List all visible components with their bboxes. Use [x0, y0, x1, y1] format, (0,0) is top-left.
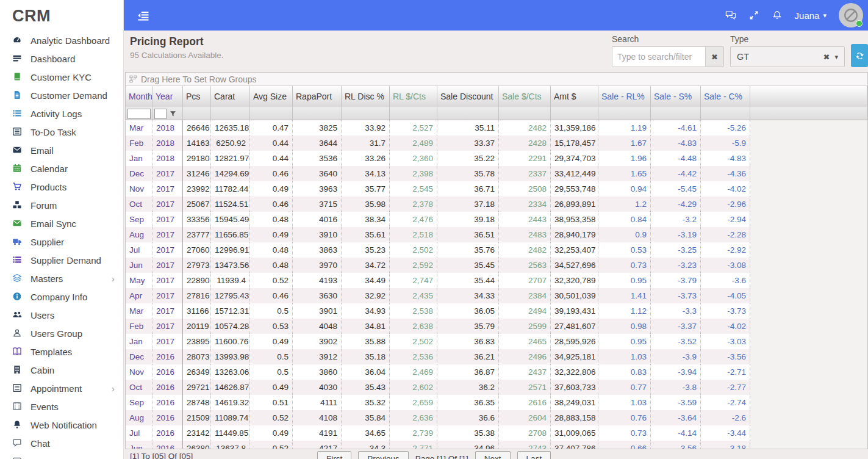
table-row[interactable]: Jan20172389511600.760.49390235.882,50236…: [126, 334, 867, 349]
cell-rl-disc: 38.34: [342, 212, 390, 227]
sidebar-item-customer-kyc[interactable]: Customer KYC: [0, 68, 123, 86]
table-row[interactable]: Dec20162807313993.980.5391235.182,53636.…: [126, 349, 867, 364]
sidebar-item-supplier[interactable]: Supplier: [0, 233, 123, 251]
avatar[interactable]: [839, 3, 863, 27]
table-row[interactable]: Oct20162972114626.870.49403035.432,60236…: [126, 380, 867, 395]
table-row[interactable]: Jul20172706012996.910.48386335.232,50235…: [126, 242, 867, 258]
sidebar-item-calendar[interactable]: Calendar: [0, 159, 123, 178]
fullscreen-icon[interactable]: [748, 10, 759, 20]
sidebar-item-to-do-task[interactable]: To-Do Task: [0, 123, 123, 141]
cell-rl-disc: 34.81: [342, 319, 390, 334]
cell-amt: 31,009,065: [551, 425, 598, 441]
column-header-sale-discount[interactable]: Sale Discount: [437, 86, 499, 107]
refresh-button[interactable]: [851, 44, 868, 67]
sidebar-item-activity-logs[interactable]: Activity Logs: [0, 104, 123, 123]
table-row[interactable]: Feb20172011910574.280.53404834.812,63835…: [126, 319, 867, 334]
column-header-sale-cts[interactable]: Sale $/Cts: [499, 86, 551, 107]
table-row[interactable]: Oct20172506711524.510.46371535.982,37837…: [126, 197, 867, 212]
sidebar-item-user-contact[interactable]: User Contact: [0, 452, 123, 459]
user-menu[interactable]: Juana ▾: [795, 10, 827, 21]
sidebar-item-cabin[interactable]: Cabin: [0, 361, 123, 379]
column-header-year[interactable]: Year: [152, 86, 183, 107]
column-header-carat[interactable]: Carat: [211, 86, 250, 107]
column-header-amt[interactable]: Amt $: [551, 86, 598, 107]
filter-input-year[interactable]: [154, 109, 167, 119]
building-icon: [12, 365, 23, 375]
previous-page-button[interactable]: Previous: [358, 451, 409, 459]
type-clear-icon[interactable]: ✖: [823, 52, 830, 62]
cell-carat: 14626.87: [211, 380, 250, 395]
sidebar-item-analytic-dashboard[interactable]: Analytic Dashboard: [0, 31, 123, 49]
sidebar-item-users[interactable]: Users: [0, 306, 123, 324]
sidebar-item-forum[interactable]: Forum: [0, 196, 123, 214]
table-row[interactable]: Mar20182664612635.180.47382533.922,52735…: [126, 120, 867, 136]
table-row[interactable]: Aug20172377711656.850.49391035.612,51836…: [126, 227, 867, 242]
cell-carat: 12821.97: [211, 151, 250, 166]
table-row[interactable]: Jan20182918012821.970.44353633.262,36035…: [126, 151, 867, 166]
table-row[interactable]: Apr20172781612795.430.46363032.922,43534…: [126, 288, 867, 303]
column-header-rapaport[interactable]: RapaPort: [293, 86, 342, 107]
sidebar-item-supplier-demand[interactable]: Supplier Demand: [0, 251, 123, 269]
cell-carat: 11089.74: [211, 410, 250, 425]
sidebar-item-chat[interactable]: Chat: [0, 434, 123, 452]
sidebar-item-customer-demand[interactable]: Customer Demand: [0, 86, 123, 104]
cell-rl-disc: 35.23: [342, 242, 390, 258]
sidebar-toggle-icon[interactable]: [137, 10, 149, 21]
last-page-button[interactable]: Last: [517, 451, 551, 459]
sidebar-item-appointment[interactable]: Appointment›: [0, 379, 123, 397]
table-row[interactable]: Feb2018141636250.920.44364431.72,48933.3…: [126, 136, 867, 151]
table-row[interactable]: May20172289011939.40.52419334.492,74735.…: [126, 273, 867, 288]
notifications-bell-icon[interactable]: [772, 10, 783, 20]
sidebar-item-email[interactable]: Email: [0, 141, 123, 159]
table-row[interactable]: Jul20162314211449.850.49419134.652,73935…: [126, 425, 867, 441]
sidebar-item-products[interactable]: Products: [0, 178, 123, 196]
page-subtitle: 95 Calculations Available.: [130, 51, 224, 60]
column-header-sale-c[interactable]: Sale - C%: [701, 86, 750, 107]
sidebar-item-templates[interactable]: Templates: [0, 342, 123, 361]
table-row[interactable]: Sep20162874814619.320.51411135.322,65936…: [126, 395, 867, 410]
cell-rapaport: 3963: [293, 181, 342, 197]
filter-funnel-icon[interactable]: [170, 110, 176, 117]
filter-cell-sale-c: [701, 107, 750, 120]
cell-sale-rl: 1.12: [598, 303, 651, 319]
cell-year: 2017: [152, 303, 183, 319]
sidebar-item-web-notification[interactable]: Web Notification: [0, 416, 123, 434]
column-header-rl-cts[interactable]: RL $/Cts: [390, 86, 437, 107]
sidebar-item-dashboard[interactable]: Dashboard: [0, 49, 123, 68]
messages-icon[interactable]: [725, 10, 736, 20]
cell-amt: 38,953,358: [551, 212, 598, 227]
cell-sale-discount: 36.35: [437, 395, 499, 410]
sidebar-item-email-sync[interactable]: Email Sync: [0, 214, 123, 233]
cell-rl-disc: 31.7: [342, 136, 390, 151]
row-groups-dropzone[interactable]: Drag Here To Set Row Groups: [126, 73, 867, 86]
first-page-button[interactable]: First: [317, 451, 351, 459]
cell-month: Oct: [126, 197, 152, 212]
column-header-avg-size[interactable]: Avg Size: [250, 86, 293, 107]
table-row[interactable]: Dec20173124614294.690.46364034.132,39835…: [126, 166, 867, 181]
filter-input-month[interactable]: [127, 109, 151, 119]
column-header-rl-disc[interactable]: RL Disc %: [342, 86, 390, 107]
cell-carat: 12795.43: [211, 288, 250, 303]
column-header-sale-s[interactable]: Sale - S%: [651, 86, 701, 107]
table-row[interactable]: Nov20172399211782.440.49396335.772,54536…: [126, 181, 867, 197]
column-header-pcs[interactable]: Pcs: [183, 86, 211, 107]
search-clear-button[interactable]: ✖: [705, 47, 723, 67]
cell-amt: 29,553,748: [551, 181, 598, 197]
table-row[interactable]: Jun20172797313473.560.48397034.722,59235…: [126, 258, 867, 273]
type-select[interactable]: GT ✖ ▾: [730, 46, 845, 67]
next-page-button[interactable]: Next: [475, 451, 511, 459]
column-header-sale-rl[interactable]: Sale - RL%: [598, 86, 651, 107]
table-row[interactable]: Nov20162634913263.060.5386036.042,46936.…: [126, 364, 867, 380]
column-header-month[interactable]: Month: [126, 86, 152, 107]
table-row[interactable]: Aug20162150911089.740.52410835.842,63636…: [126, 410, 867, 425]
sidebar-item-company-info[interactable]: Company Info: [0, 287, 123, 306]
table-row[interactable]: Mar20173116615712.310.5390134.932,53836.…: [126, 303, 867, 319]
table-row[interactable]: Sep20173335615945.490.48401638.342,47639…: [126, 212, 867, 227]
cell-amt: 34,925,181: [551, 349, 598, 364]
sidebar-item-users-group[interactable]: Users Group: [0, 324, 123, 342]
sidebar-item-masters[interactable]: Masters›: [0, 269, 123, 287]
search-input[interactable]: [612, 47, 705, 67]
cell-rapaport: 3630: [293, 288, 342, 303]
sidebar-item-events[interactable]: Events: [0, 397, 123, 416]
cell-sale-cts: 2337: [499, 166, 551, 181]
